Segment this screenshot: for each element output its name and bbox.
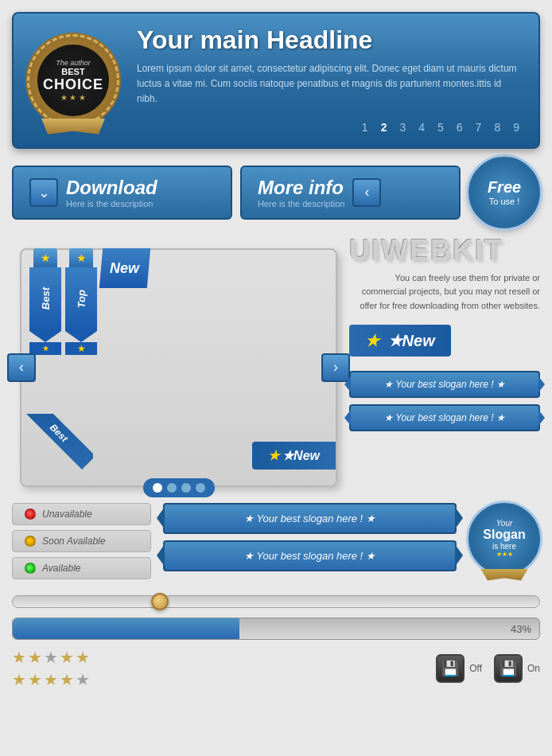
corner-ribbon-best: Best [22, 414, 93, 470]
slider-track[interactable] [12, 595, 540, 608]
ribbon-tag-star2: ★ Top ★ [65, 248, 97, 355]
stars-row-2: ★ ★ ★ ★ ★ [12, 670, 90, 689]
status-unavailable: Unavailable [12, 503, 151, 525]
stars-column: ★ ★ ★ ★ ★ ★ ★ ★ ★ ★ [12, 648, 90, 689]
buttons-section: ⌄ Download Here is the description More … [12, 157, 540, 228]
page-7[interactable]: 7 [472, 119, 485, 135]
star-2-5[interactable]: ★ [76, 670, 90, 689]
moreinfo-text-block: More info Here is the description [258, 177, 344, 208]
page-8[interactable]: 8 [491, 119, 503, 135]
moreinfo-arrow-icon: ‹ [352, 178, 381, 207]
page-2[interactable]: 2 [378, 119, 391, 135]
ribbon-star-top-1: ★ [33, 248, 57, 267]
star-2-2[interactable]: ★ [28, 670, 42, 689]
status-dot-green [25, 563, 36, 574]
dot-1[interactable] [153, 483, 162, 493]
download-label: Download [66, 177, 157, 199]
webkit-description: You can freely use them for private or c… [349, 271, 540, 314]
badge-line1: The author [56, 59, 91, 67]
pagination: 1 2 3 4 5 6 7 8 9 [137, 119, 523, 135]
badge-line3: CHOICE [43, 76, 103, 93]
star-1-4[interactable]: ★ [60, 648, 74, 667]
ribbon-best-label: Best [40, 287, 52, 310]
ribbon-star-top-2: ★ [69, 248, 93, 267]
status-section: Unavailable Soon Available Available ★ Y… [12, 503, 540, 579]
dot-3[interactable] [181, 483, 191, 493]
moreinfo-label: More info [258, 177, 344, 199]
header-description: Lorem ipsum dolor sit amet, consectetur … [137, 61, 523, 107]
card-nav-left[interactable]: ‹ [7, 353, 36, 382]
ribbon-tag-new: New [101, 248, 149, 355]
ribbon-new2-label: ★New [282, 449, 320, 462]
slogan-lg-button-2[interactable]: ★ Your best slogan here ! ★ [163, 540, 457, 571]
status-soon-label: Soon Available [42, 536, 105, 547]
download-text-block: Download Here is the description [66, 177, 157, 208]
ribbon-tip-2 [65, 331, 97, 342]
page-6[interactable]: 6 [453, 119, 466, 135]
new-ribbon-label: ★New [388, 332, 435, 349]
toggle-off-label: Off [469, 663, 482, 674]
webkit-title: UIWEBKIT [349, 236, 540, 265]
page-1[interactable]: 1 [359, 119, 371, 135]
status-dot-yellow [25, 536, 36, 547]
your-badge-stars: ★★★ [496, 551, 513, 558]
progress-label: 43% [511, 622, 531, 634]
header-banner: The author BEST CHOICE ★ ★ ★ Your main H… [12, 12, 540, 149]
moreinfo-button[interactable]: More info Here is the description ‹ [240, 166, 461, 220]
progress-section: 43% [12, 595, 540, 640]
free-label: Free [488, 178, 521, 197]
download-button[interactable]: ⌄ Download Here is the description [12, 166, 232, 220]
status-available: Available [12, 557, 151, 579]
best-choice-badge: The author BEST CHOICE ★ ★ ★ [25, 33, 121, 128]
card-panel: ★ Best ★ ★ Top ★ New [20, 248, 337, 487]
star-2-4[interactable]: ★ [60, 670, 74, 689]
slogan-buttons-col: ★ Your best slogan here ! ★ ★ Your best … [163, 503, 457, 571]
your-badge-line2: Slogan [483, 528, 525, 542]
slider-thumb[interactable] [151, 593, 169, 610]
dots-indicator [143, 478, 215, 497]
star-1-5[interactable]: ★ [76, 648, 90, 667]
page-3[interactable]: 3 [396, 119, 409, 135]
progress-bar-container: 43% [12, 618, 540, 640]
badge-ribbon [41, 119, 105, 134]
star-1-2[interactable]: ★ [28, 648, 42, 667]
your-slogan-badge: Your Slogan is here ★★★ [468, 503, 540, 575]
dot-4[interactable] [196, 483, 205, 493]
star-1-3[interactable]: ★ [44, 648, 58, 667]
download-desc: Here is the description [66, 199, 157, 208]
stars-row-1: ★ ★ ★ ★ ★ [12, 648, 90, 667]
star-2-3[interactable]: ★ [44, 670, 58, 689]
ribbon-tip-1 [29, 331, 61, 342]
dot-2[interactable] [167, 483, 177, 493]
status-available-label: Available [42, 563, 80, 574]
page-9[interactable]: 9 [510, 119, 523, 135]
badge-line2: BEST [61, 67, 84, 76]
toggle-on-item: 💾 On [494, 654, 540, 683]
toggle-on-icon[interactable]: 💾 [494, 654, 523, 683]
slogan-button-1[interactable]: ★ Your best slogan here ! ★ [349, 371, 540, 398]
slogan-button-2[interactable]: ★ Your best slogan here ! ★ [349, 404, 540, 431]
toggle-off-icon[interactable]: 💾 [436, 654, 465, 683]
toggle-off-item: 💾 Off [436, 654, 482, 683]
status-list: Unavailable Soon Available Available [12, 503, 151, 579]
free-badge: Free To use ! [468, 157, 540, 228]
new-ribbon-tag: ★New [349, 325, 451, 357]
page-4[interactable]: 4 [415, 119, 428, 135]
status-soon: Soon Available [12, 530, 151, 552]
widgets-section: ★ Best ★ ★ Top ★ New [12, 236, 540, 487]
ribbon-new-label: New [110, 259, 139, 276]
star-1-1[interactable]: ★ [12, 648, 26, 667]
download-arrow-icon: ⌄ [29, 178, 58, 207]
page-5[interactable]: 5 [434, 119, 447, 135]
moreinfo-desc: Here is the description [258, 199, 344, 208]
star-2-1[interactable]: ★ [12, 670, 26, 689]
toggles-row: 💾 Off 💾 On [436, 654, 540, 683]
ribbon-top-label: Top [76, 290, 87, 308]
free-sublabel: To use ! [489, 197, 520, 206]
slogan-lg-button-1[interactable]: ★ Your best slogan here ! ★ [163, 503, 457, 534]
card-top-ribbons: ★ Best ★ ★ Top ★ New [29, 248, 149, 355]
toggle-on-label: On [527, 663, 540, 674]
ribbon-tag-star1: ★ Best ★ [29, 248, 61, 355]
stars-toggles-section: ★ ★ ★ ★ ★ ★ ★ ★ ★ ★ 💾 Off 💾 On [12, 648, 540, 689]
your-badge-line3: is here [492, 542, 516, 551]
